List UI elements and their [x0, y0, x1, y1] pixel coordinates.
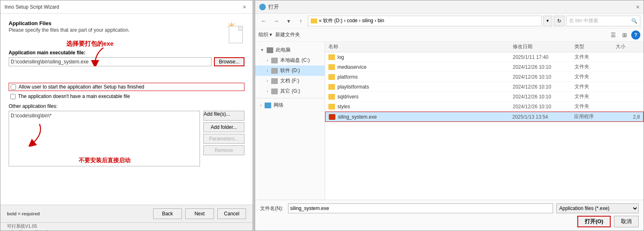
file-footer-buttons: 打开(O) 取消	[260, 216, 639, 227]
sidebar-item-c-drive[interactable]: › 本地磁盘 (C:)	[255, 55, 325, 65]
address-dropdown-button[interactable]: ▾	[543, 16, 552, 26]
file-dialog-icon	[259, 4, 266, 10]
cancel-button[interactable]: Cancel	[217, 208, 246, 219]
network-icon	[265, 103, 271, 108]
file-type-playlistformats: 文件夹	[574, 83, 616, 90]
other-files-area: D:\code\siling\bin\* 不要安装后直接启动 Add file(…	[9, 111, 244, 166]
up-nav-button[interactable]: ↑	[295, 16, 306, 26]
no-exe-checkbox-row: The application doesn't have a main exec…	[9, 93, 244, 100]
new-folder-button[interactable]: 新建文件夹	[275, 31, 300, 38]
sidebar-item-d-drive[interactable]: › 软件 (D:)	[255, 65, 325, 76]
network-label: 网络	[274, 102, 284, 109]
inno-setup-window: Inno Setup Script Wizard × Application F…	[0, 0, 253, 231]
other-files-path: D:\code\siling\bin\*	[11, 113, 198, 119]
remove-button: Remove	[203, 145, 244, 155]
files-buttons-group: Add file(s)... Add folder... Parameters.…	[203, 111, 244, 166]
file-date-siling-exe: 2025/1/13 13:54	[512, 114, 574, 120]
col-header-date[interactable]: 修改日期	[513, 43, 574, 50]
file-name-input[interactable]	[288, 203, 553, 213]
refresh-button[interactable]: ↻	[554, 16, 565, 26]
section-title: Application Files	[9, 20, 130, 26]
other-files-label: Other application files:	[9, 103, 244, 109]
view-list-button[interactable]: ☰	[608, 30, 618, 40]
file-titlebar-left: 打开	[259, 3, 279, 11]
file-titlebar: 打开 ×	[255, 0, 644, 14]
search-bar[interactable]: 在 bin 中搜索 🔍	[566, 16, 640, 26]
file-name-playlistformats: playlistformats	[337, 84, 513, 90]
annotation-arrow-1	[91, 46, 112, 66]
allow-start-label: Allow user to start the application afte…	[19, 84, 144, 90]
help-button[interactable]: ?	[631, 30, 640, 40]
file-sidebar: ▼ 此电脑 › 本地磁盘 (C:) › 软件 (D:) › 文档 (F:) ›	[255, 42, 325, 200]
add-folder-button[interactable]: Add folder...	[203, 122, 244, 132]
sidebar-item-network[interactable]: › 网络	[255, 100, 325, 110]
add-files-button[interactable]: Add file(s)...	[203, 111, 244, 121]
col-header-name[interactable]: 名称	[328, 43, 513, 50]
sidebar-item-this-pc[interactable]: ▼ 此电脑	[255, 45, 325, 55]
back-button[interactable]: Back	[153, 208, 182, 219]
col-header-type[interactable]: 类型	[574, 43, 616, 50]
sidebar-item-g-drive[interactable]: › 其它 (G:)	[255, 86, 325, 96]
folder-icon-platforms	[328, 74, 335, 80]
file-type-select[interactable]: Application files (*.exe)	[556, 203, 639, 213]
file-nav-toolbar: ← → ▾ ↑ « 软件 (D:) › code › siling › bin …	[255, 14, 644, 28]
open-button[interactable]: 打开(O)	[577, 216, 611, 227]
file-row-siling-exe[interactable]: siling_system.exe 2025/1/13 13:54 应用程序 2…	[325, 112, 644, 122]
folder-icon-styles	[328, 104, 335, 110]
file-footer: 文件名(N): Application files (*.exe) 打开(O) …	[255, 200, 644, 231]
folder-icon-mediaservice	[328, 64, 335, 70]
section-subtitle: Please specify the files that are part o…	[9, 27, 130, 33]
expand-arrow-d: ›	[267, 68, 268, 73]
c-drive-icon	[271, 58, 278, 63]
allow-start-checkbox[interactable]	[11, 84, 16, 90]
file-list: 名称 修改日期 类型 大小 log 2025/1/11 17:40 文件夹 me…	[325, 42, 644, 200]
no-exe-checkbox[interactable]	[10, 94, 16, 99]
dropdown-nav-button[interactable]: ▾	[283, 16, 294, 26]
organize-button[interactable]: 组织 ▾	[258, 31, 272, 38]
folder-icon-sqldrivers	[328, 94, 335, 100]
file-row-mediaservice[interactable]: mediaservice 2024/12/26 10:10 文件夹	[325, 62, 644, 72]
file-type-siling-exe: 应用程序	[574, 113, 615, 120]
file-name-row: 文件名(N): Application files (*.exe)	[260, 203, 639, 213]
file-type-log: 文件夹	[574, 54, 616, 61]
inno-titlebar: Inno Setup Script Wizard ×	[0, 0, 253, 14]
file-name-styles: styles	[337, 104, 513, 110]
col-header-size[interactable]: 大小	[616, 43, 640, 50]
file-name-log: log	[337, 54, 513, 60]
f-drive-label: 文档 (F:)	[280, 77, 299, 84]
back-nav-button[interactable]: ←	[258, 16, 269, 26]
file-date-styles: 2024/12/26 10:10	[513, 104, 574, 110]
file-name-siling-exe: siling_system.exe	[338, 114, 512, 120]
file-date-platforms: 2024/12/26 10:10	[513, 74, 574, 80]
footer-bold: bold	[7, 211, 16, 216]
allow-start-checkbox-row: Allow user to start the application afte…	[9, 83, 244, 91]
file-date-playlistformats: 2024/12/26 10:10	[513, 84, 574, 90]
file-open-dialog: 打开 × ← → ▾ ↑ « 软件 (D:) › code › siling ›…	[255, 0, 644, 231]
no-exe-label: The application doesn't have a main exec…	[18, 93, 130, 99]
next-button[interactable]: Next	[185, 208, 214, 219]
file-dialog-close[interactable]: ×	[636, 4, 639, 10]
file-row-log[interactable]: log 2025/1/11 17:40 文件夹	[325, 52, 644, 62]
status-line1: 可行系统V1.05	[7, 223, 246, 229]
file-row-platforms[interactable]: platforms 2024/12/26 10:10 文件夹	[325, 72, 644, 82]
file-name-label: 文件名(N):	[260, 205, 285, 212]
other-files-input-box: D:\code\siling\bin\* 不要安装后直接启动	[9, 111, 200, 166]
file-date-log: 2025/1/11 17:40	[513, 54, 574, 60]
status-line2: ng\res\images\logo.ico	[7, 229, 246, 231]
file-row-styles[interactable]: styles 2024/12/26 10:10 文件夹	[325, 102, 644, 112]
file-size-siling-exe: 2,8	[615, 114, 640, 120]
sidebar-item-f-drive[interactable]: › 文档 (F:)	[255, 76, 325, 86]
address-bar[interactable]: « 软件 (D:) › code › siling › bin	[308, 16, 542, 26]
file-type-platforms: 文件夹	[574, 73, 616, 80]
inno-close-button[interactable]: ×	[240, 3, 249, 11]
view-icon-button[interactable]: ⊞	[620, 30, 630, 40]
file-row-sqldrivers[interactable]: sqldrivers 2024/12/26 10:10 文件夹	[325, 92, 644, 102]
inno-footer: bold = required Back Next Cancel	[0, 205, 253, 222]
folder-icon-log	[328, 54, 335, 60]
address-folder-icon	[311, 19, 317, 23]
browse-button[interactable]: Browse...	[214, 57, 244, 66]
file-cancel-button[interactable]: 取消	[614, 216, 639, 227]
file-row-playlistformats[interactable]: playlistformats 2024/12/26 10:10 文件夹	[325, 82, 644, 92]
footer-buttons: Back Next Cancel	[153, 208, 246, 219]
forward-nav-button[interactable]: →	[271, 16, 281, 26]
